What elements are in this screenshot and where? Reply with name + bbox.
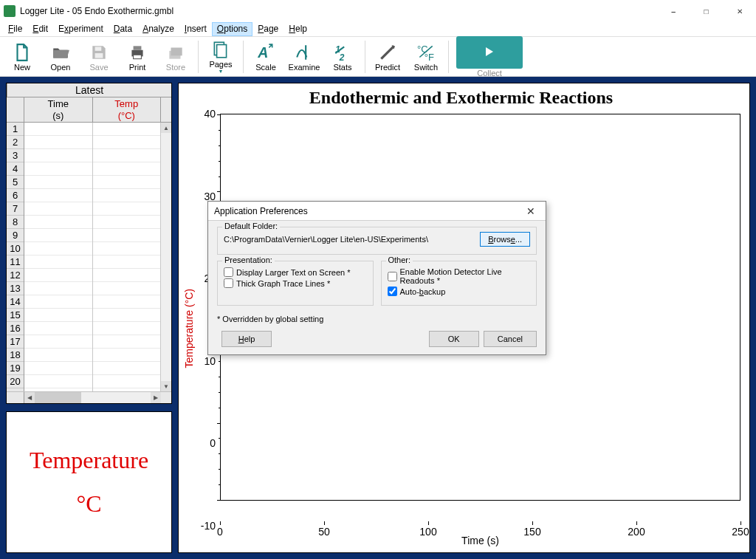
save-icon	[89, 42, 109, 63]
x-axis[interactable]: 050100150200250	[220, 521, 740, 538]
close-button[interactable]: ✕	[723, 0, 756, 22]
svg-text:A: A	[257, 44, 268, 60]
menu-data[interactable]: Data	[109, 22, 137, 36]
svg-rect-4	[134, 55, 142, 58]
title-bar: Logger Lite - 05 Endo Exothermic.gmbl ‒ …	[0, 0, 756, 22]
menu-insert[interactable]: Insert	[179, 22, 212, 36]
stats-button[interactable]: 12 Stats	[323, 39, 362, 75]
svg-text:°F: °F	[425, 51, 434, 61]
play-icon	[486, 47, 493, 56]
save-button[interactable]: Save	[80, 39, 118, 75]
row-numbers: 1234567891011121314151617181920	[7, 123, 24, 391]
auto-backup-checkbox[interactable]: Auto-backup	[388, 287, 531, 296]
other-label: Other:	[386, 256, 413, 264]
dialog-close-button[interactable]: ✕	[522, 204, 540, 219]
browse-button[interactable]: Browse...	[480, 232, 530, 247]
svg-rect-0	[95, 47, 102, 50]
app-icon	[4, 5, 16, 17]
collect-button[interactable]	[456, 36, 523, 69]
col-temp-cells[interactable]	[93, 123, 162, 391]
store-button[interactable]: Store	[157, 39, 195, 75]
menu-help[interactable]: Help	[284, 22, 312, 36]
predict-icon	[377, 42, 398, 63]
svg-rect-8	[217, 45, 227, 58]
menu-page[interactable]: Page	[252, 22, 284, 36]
switch-icon: °C°F	[416, 42, 436, 63]
menu-file[interactable]: File	[3, 22, 27, 36]
collect-label: Collect	[477, 69, 502, 78]
scroll-right-icon[interactable]: ▶	[151, 392, 161, 403]
menu-analyze[interactable]: Analyze	[137, 22, 179, 36]
readout-unit: °C	[76, 490, 101, 518]
col-temp-header[interactable]: Temp(°C)	[93, 97, 162, 123]
menu-bar: File Edit Experiment Data Analyze Insert…	[0, 22, 756, 37]
print-icon	[127, 42, 148, 63]
dialog-titlebar[interactable]: Application Preferences ✕	[208, 202, 546, 221]
motion-readouts-checkbox[interactable]: Enable Motion Detector Live Readouts *	[388, 267, 531, 285]
svg-rect-6	[171, 47, 182, 55]
ok-button[interactable]: OK	[429, 331, 479, 347]
examine-button[interactable]: Examine	[285, 39, 323, 75]
store-icon	[165, 42, 186, 63]
pages-button[interactable]: Pages ▼	[202, 39, 240, 75]
readout-label: Temperature	[30, 447, 148, 474]
thick-lines-checkbox[interactable]: Thick Graph Trace Lines *	[224, 278, 367, 288]
left-panel: Latest Time(s) Temp(°C) 1234567891011121…	[6, 83, 172, 553]
window-controls: ‒ □ ✕	[656, 0, 756, 22]
new-button[interactable]: New	[3, 39, 41, 75]
larger-text-checkbox[interactable]: Display Larger Text on Screen *	[224, 267, 367, 277]
scroll-left-icon[interactable]: ◀	[24, 392, 35, 403]
col-time-header[interactable]: Time(s)	[24, 97, 93, 123]
svg-rect-3	[134, 46, 142, 49]
new-icon	[12, 42, 32, 63]
print-button[interactable]: Print	[118, 39, 157, 75]
presentation-group: Presentation: Display Larger Text on Scr…	[217, 261, 374, 306]
svg-text:2: 2	[339, 52, 345, 61]
dialog-footnote: * Overridden by global setting	[217, 315, 537, 323]
toolbar: New Open Save Print Store Pages ▼ A Scal…	[0, 37, 756, 77]
menu-experiment[interactable]: Experiment	[53, 22, 109, 36]
help-button[interactable]: Help	[221, 331, 272, 347]
maximize-button[interactable]: □	[690, 0, 723, 22]
table-title: Latest	[7, 83, 171, 97]
scroll-up-icon[interactable]: ▲	[161, 123, 171, 133]
other-group: Other: Enable Motion Detector Live Reado…	[381, 261, 537, 306]
stats-icon: 12	[332, 42, 353, 63]
switch-button[interactable]: °C°F Switch	[407, 39, 445, 75]
scroll-down-icon[interactable]: ▼	[161, 381, 171, 391]
menu-options[interactable]: Options	[212, 22, 252, 36]
table-vscroll[interactable]: ▲ ▼	[161, 123, 171, 391]
dialog-title: Application Preferences	[214, 206, 308, 216]
data-table[interactable]: Latest Time(s) Temp(°C) 1234567891011121…	[6, 83, 172, 404]
examine-icon	[294, 42, 315, 63]
scale-button[interactable]: A Scale	[247, 39, 285, 75]
pages-icon	[210, 39, 231, 60]
table-hscroll[interactable]: ◀ ▶	[7, 391, 171, 403]
open-icon	[50, 42, 71, 63]
svg-rect-1	[95, 53, 103, 58]
graph-title: Endothermic and Exothermic Reactions	[182, 86, 740, 111]
cancel-button[interactable]: Cancel	[484, 331, 537, 347]
minimize-button[interactable]: ‒	[656, 0, 690, 22]
default-folder-label: Default Folder:	[222, 222, 280, 230]
window-title: Logger Lite - 05 Endo Exothermic.gmbl	[20, 6, 173, 16]
preferences-dialog: Application Preferences ✕ Default Folder…	[207, 201, 546, 355]
predict-button[interactable]: Predict	[368, 39, 407, 75]
open-button[interactable]: Open	[41, 39, 80, 75]
readout-panel[interactable]: Temperature °C	[6, 411, 172, 553]
col-time-cells[interactable]	[24, 123, 93, 391]
scale-icon: A	[255, 42, 276, 63]
default-folder-path: C:\ProgramData\Vernier\Logger Lite\en-US…	[224, 235, 475, 244]
presentation-label: Presentation:	[222, 256, 275, 264]
default-folder-group: Default Folder: C:\ProgramData\Vernier\L…	[217, 227, 537, 255]
menu-edit[interactable]: Edit	[27, 22, 53, 36]
y-axis-label[interactable]: Temperature (°C)	[182, 289, 196, 368]
